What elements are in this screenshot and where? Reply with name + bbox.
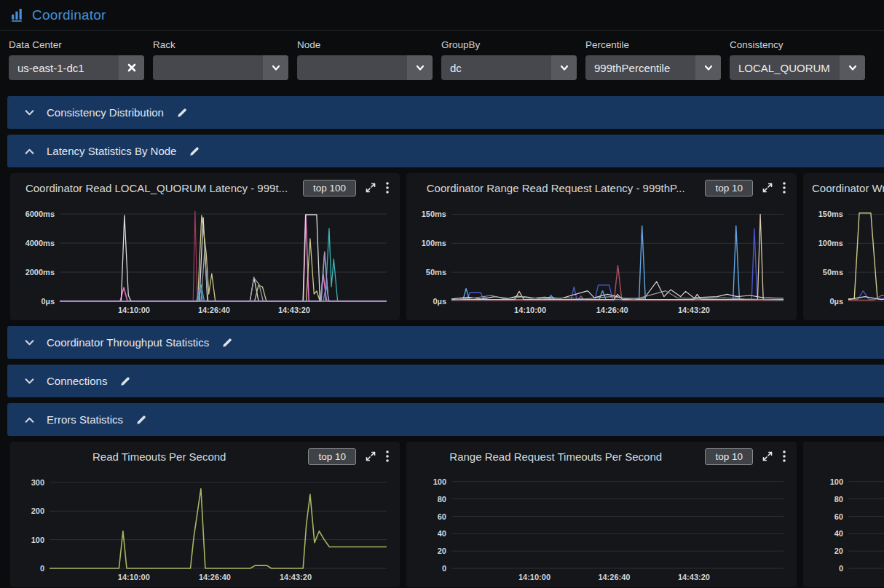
panel-header: Coordinator Read LOCAL_QUORUM Latency - … <box>10 173 400 202</box>
section-latency-statistics-by-node[interactable]: Latency Statistics By Node <box>7 135 884 167</box>
range-read-latency-chart[interactable]: 0µs50ms100ms150ms14:10:0014:26:4014:43:2… <box>409 202 794 320</box>
groupby-select[interactable]: dc <box>441 55 577 80</box>
svg-text:14:10:00: 14:10:00 <box>118 306 150 314</box>
panel-title: Coordinator Wri <box>812 182 884 194</box>
svg-text:14:26:40: 14:26:40 <box>199 573 231 581</box>
top-n-badge: top 10 <box>705 180 753 196</box>
dropdown-button[interactable] <box>551 55 577 80</box>
chevron-down-icon <box>271 63 281 72</box>
expand-icon[interactable] <box>762 182 773 194</box>
panel-header <box>803 442 884 471</box>
kebab-menu-icon[interactable] <box>385 450 390 463</box>
panel-header: Coordinator Wri <box>803 173 884 202</box>
kebab-menu-icon[interactable] <box>782 450 786 463</box>
groupby-value: dc <box>441 55 551 80</box>
filter-label: Node <box>297 39 433 50</box>
section-title: Consistency Distribution <box>47 106 164 119</box>
svg-text:20: 20 <box>834 547 843 555</box>
panel-coordinator-read-latency: Coordinator Read LOCAL_QUORUM Latency - … <box>10 173 400 320</box>
panel-header: Coordinator Range Read Request Latency -… <box>406 173 797 202</box>
clear-button[interactable] <box>119 55 144 80</box>
panel-header: Read Timeouts Per Second top 10 <box>10 442 400 471</box>
section-title: Latency Statistics By Node <box>47 145 176 157</box>
svg-text:200: 200 <box>31 506 44 515</box>
chevron-up-icon <box>25 148 34 155</box>
filter-node: Node <box>297 39 433 80</box>
kebab-menu-icon[interactable] <box>782 181 786 194</box>
dropdown-button[interactable] <box>263 55 288 80</box>
expand-icon[interactable] <box>762 450 773 462</box>
svg-text:150ms: 150ms <box>818 210 843 218</box>
svg-text:50ms: 50ms <box>426 268 446 277</box>
clear-x-icon <box>127 63 136 72</box>
chevron-down-icon <box>848 63 858 72</box>
svg-text:14:26:40: 14:26:40 <box>596 306 628 314</box>
section-connections[interactable]: Connections <box>7 365 884 397</box>
svg-text:0µs: 0µs <box>433 297 446 306</box>
svg-text:0µs: 0µs <box>829 297 843 306</box>
pencil-edit-icon[interactable] <box>176 107 188 119</box>
panel-title: Range Read Request Timeouts Per Second <box>415 450 696 463</box>
pencil-edit-icon[interactable] <box>221 337 233 349</box>
rack-value <box>153 55 263 80</box>
dropdown-button[interactable] <box>695 55 721 80</box>
svg-text:0: 0 <box>839 564 843 573</box>
panel-coordinator-write-latency: Coordinator Wri 0µs50ms100ms150ms14:10:0… <box>803 173 884 320</box>
consistency-value: LOCAL_QUORUM <box>730 55 840 80</box>
section-coordinator-throughput-statistics[interactable]: Coordinator Throughput Statistics <box>7 326 884 359</box>
svg-text:100: 100 <box>31 536 44 544</box>
section-consistency-distribution[interactable]: Consistency Distribution <box>7 96 884 129</box>
panel-range-read-timeouts: Range Read Request Timeouts Per Second t… <box>406 442 797 587</box>
node-select[interactable] <box>297 55 433 80</box>
filter-label: Data Center <box>9 39 144 50</box>
svg-text:14:43:20: 14:43:20 <box>678 306 710 314</box>
filter-groupby: GroupBy dc <box>441 39 577 80</box>
rack-select[interactable] <box>153 55 288 80</box>
panel-title: Coordinator Range Read Request Latency -… <box>415 182 696 194</box>
section-title: Connections <box>47 375 107 387</box>
pencil-edit-icon[interactable] <box>189 146 200 157</box>
data-center-combobox[interactable]: us-east-1-dc1 <box>9 55 144 80</box>
bar-chart-logo-icon <box>10 7 25 23</box>
filter-rack: Rack <box>153 39 288 80</box>
svg-text:14:10:00: 14:10:00 <box>514 306 546 314</box>
svg-text:100: 100 <box>433 477 446 486</box>
percentile-select[interactable]: 999thPercentile <box>585 55 721 80</box>
filter-label: Consistency <box>730 39 865 50</box>
expand-icon[interactable] <box>365 450 376 462</box>
timeouts-chart-clipped[interactable]: 02040608010014:10:0014:26:4014:43:20 <box>806 471 884 587</box>
svg-text:4000ms: 4000ms <box>25 239 55 247</box>
consistency-select[interactable]: LOCAL_QUORUM <box>730 55 865 80</box>
svg-text:80: 80 <box>438 495 446 504</box>
svg-text:2000ms: 2000ms <box>25 268 55 277</box>
expand-icon[interactable] <box>365 182 376 194</box>
read-timeouts-chart[interactable]: 010020030014:10:0014:26:4014:43:20 <box>13 471 397 587</box>
chevron-up-icon <box>25 416 34 424</box>
dropdown-button[interactable] <box>840 55 865 80</box>
svg-text:0: 0 <box>40 564 44 573</box>
range-read-timeouts-chart[interactable]: 02040608010014:10:0014:26:4014:43:20 <box>409 471 794 587</box>
svg-text:0: 0 <box>442 564 446 573</box>
percentile-value: 999thPercentile <box>585 55 695 80</box>
pencil-edit-icon[interactable] <box>119 376 131 387</box>
chevron-down-icon <box>25 109 34 116</box>
kebab-menu-icon[interactable] <box>385 181 390 194</box>
page-title: Coordinator <box>32 7 106 23</box>
panel-coordinator-range-read-latency: Coordinator Range Read Request Latency -… <box>406 173 797 320</box>
filter-percentile: Percentile 999thPercentile <box>585 39 721 80</box>
svg-text:40: 40 <box>834 529 843 538</box>
filter-label: Percentile <box>585 39 721 50</box>
top-n-badge: top 10 <box>705 448 753 465</box>
pencil-edit-icon[interactable] <box>135 414 147 426</box>
data-center-value: us-east-1-dc1 <box>9 55 119 80</box>
svg-text:14:26:40: 14:26:40 <box>598 573 630 581</box>
errors-panels-row: Read Timeouts Per Second top 10 01002003… <box>10 442 884 587</box>
section-errors-statistics[interactable]: Errors Statistics <box>7 403 884 436</box>
svg-text:14:43:20: 14:43:20 <box>280 573 312 581</box>
svg-text:40: 40 <box>438 529 446 538</box>
panel-header: Range Read Request Timeouts Per Second t… <box>406 442 797 471</box>
dropdown-button[interactable] <box>407 55 433 80</box>
svg-text:14:43:20: 14:43:20 <box>678 573 710 581</box>
read-latency-chart[interactable]: 0µs2000ms4000ms6000ms14:10:0014:26:4014:… <box>13 202 397 320</box>
write-latency-chart[interactable]: 0µs50ms100ms150ms14:10:0014:26:4014:43:2… <box>806 202 884 320</box>
